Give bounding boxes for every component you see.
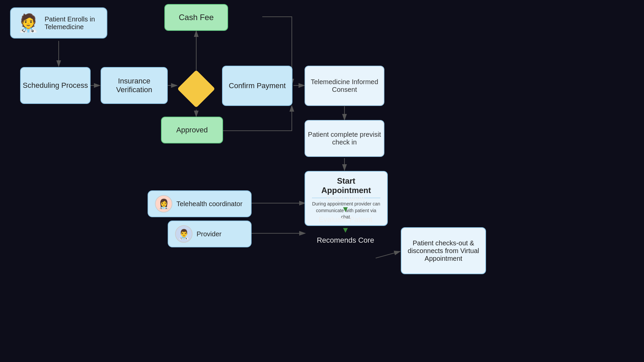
telecoord-node: 👩‍⚕️ Telehealth coordinator bbox=[148, 190, 252, 217]
telecoord-label: Telehealth coordinator bbox=[176, 200, 243, 208]
patient-enrolls-node: 🧑‍⚕️ Patient Enrolls in Telemedicine bbox=[10, 7, 107, 39]
diamond-shape bbox=[177, 70, 215, 108]
insurance-verification-node: Insurance Verification bbox=[101, 67, 168, 104]
decision-diamond bbox=[178, 70, 215, 107]
telemedicine-consent-node: Telemedicine Informed Consent bbox=[305, 66, 384, 106]
checkout-node: Patient checks-out & disconnects from Vi… bbox=[401, 227, 486, 274]
vitals-taken-label: Vitals taken bbox=[326, 194, 364, 203]
previsit-checkin-node: Patient complete previsit check in bbox=[305, 120, 384, 157]
scheduling-process-label: Scheduling Process bbox=[23, 81, 88, 90]
scheduling-process-node: Scheduling Process bbox=[20, 67, 91, 104]
approved-label: Approved bbox=[176, 126, 208, 134]
confirm-payment-label: Confirm Payment bbox=[229, 81, 286, 90]
vitals-arrow-1: ▼ bbox=[341, 204, 350, 214]
previsit-checkin-label: Patient complete previsit check in bbox=[305, 131, 384, 146]
confirm-payment-node: Confirm Payment bbox=[222, 66, 292, 106]
recommends-core-label: Recomends Core bbox=[317, 236, 374, 245]
patient-icon: 🧑‍⚕️ bbox=[17, 13, 39, 33]
telecoord-avatar: 👩‍⚕️ bbox=[155, 195, 172, 213]
patient-enrolls-label: Patient Enrolls in Telemedicine bbox=[45, 15, 100, 31]
vitals-arrow-2: ▼ bbox=[341, 225, 350, 235]
cash-fee-node: Cash Fee bbox=[164, 4, 228, 31]
cash-fee-label: Cash Fee bbox=[179, 13, 214, 22]
provider-node: 👨‍⚕️ Provider bbox=[168, 221, 252, 247]
telemedicine-consent-label: Telemedicine Informed Consent bbox=[305, 78, 384, 94]
vitals-list: Vitals taken ▼ Evaluate Patient ▼ Recome… bbox=[305, 194, 386, 245]
checkout-label: Patient checks-out & disconnects from Vi… bbox=[408, 239, 479, 262]
provider-label: Provider bbox=[197, 230, 221, 238]
provider-avatar: 👨‍⚕️ bbox=[175, 225, 193, 243]
evaluate-patient-label: Evaluate Patient bbox=[319, 215, 372, 224]
approved-node: Approved bbox=[161, 117, 223, 143]
insurance-verification-label: Insurance Verification bbox=[101, 77, 167, 94]
svg-line-11 bbox=[376, 251, 400, 258]
